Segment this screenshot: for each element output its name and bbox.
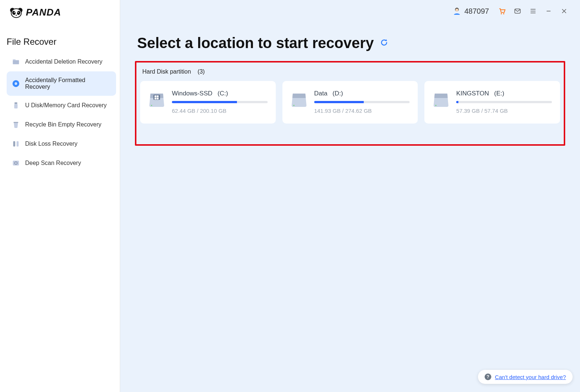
mail-button[interactable]	[510, 3, 525, 19]
folder-icon	[12, 58, 20, 66]
sidebar-item-label: Accidentally Formatted Recovery	[25, 77, 111, 90]
logo-text: PANDA	[26, 7, 61, 18]
partition-letter: (D:)	[333, 90, 343, 97]
sidebar-item-label: U Disk/Memory Card Recovery	[25, 102, 106, 109]
svg-rect-28	[157, 98, 159, 99]
help-icon: ?	[485, 374, 491, 380]
minimize-button[interactable]	[541, 3, 556, 19]
user-info[interactable]: 487097	[452, 7, 489, 16]
partition-group-highlight: Hard Disk partition (3) Windows-SSD (C:)	[135, 61, 565, 146]
drive-windows-icon	[148, 90, 165, 108]
cart-icon	[498, 7, 506, 15]
svg-point-11	[16, 83, 16, 84]
svg-point-31	[435, 105, 437, 106]
svg-point-7	[16, 14, 17, 16]
svg-rect-15	[13, 141, 16, 147]
main-panel: 487097 Select a location to start recove…	[120, 0, 580, 392]
sidebar-item-label: Disk Loss Recovery	[25, 141, 77, 147]
menu-button[interactable]	[525, 3, 541, 19]
partition-card-e[interactable]: KINGSTON (E:) 57.39 GB / 57.74 GB	[424, 81, 560, 124]
svg-rect-14	[14, 122, 18, 123]
user-id: 487097	[464, 7, 489, 16]
scan-icon	[12, 159, 20, 167]
logo: PANDA	[0, 0, 120, 22]
partition-name: Windows-SSD	[172, 90, 213, 97]
partition-letter: (E:)	[494, 90, 504, 97]
sidebar-item-label: Deep Scan Recovery	[25, 160, 81, 166]
disk-format-icon	[12, 80, 20, 88]
svg-rect-25	[155, 95, 156, 97]
page-title: Select a location to start recovery	[137, 35, 374, 51]
mail-icon	[514, 7, 521, 15]
partition-usage: 141.93 GB / 274.62 GB	[314, 108, 410, 114]
refresh-button[interactable]	[380, 38, 389, 48]
sidebar-item-label: Accidental Deletion Recovery	[25, 58, 102, 65]
partition-name: KINGSTON	[456, 90, 489, 97]
svg-point-6	[18, 12, 19, 13]
svg-point-20	[455, 9, 458, 11]
sidebar-item-udisk-recovery[interactable]: U Disk/Memory Card Recovery	[7, 96, 116, 115]
drive-icon	[433, 90, 450, 108]
svg-point-5	[14, 12, 15, 13]
svg-rect-27	[155, 98, 156, 99]
menu-icon	[529, 7, 537, 15]
group-label: Hard Disk partition	[142, 68, 191, 75]
panda-logo-icon	[9, 7, 24, 18]
refresh-icon	[380, 38, 389, 47]
svg-point-30	[293, 105, 294, 106]
partition-card-c[interactable]: Windows-SSD (C:) 62.44 GB / 200.10 GB	[140, 81, 276, 124]
group-count: (3)	[197, 68, 205, 75]
group-header: Hard Disk partition (3)	[142, 68, 560, 75]
svg-rect-13	[14, 104, 17, 108]
partition-list: Windows-SSD (C:) 62.44 GB / 200.10 GB Da…	[140, 81, 560, 124]
sidebar-item-accidental-deletion[interactable]: Accidental Deletion Recovery	[7, 52, 116, 71]
usage-bar	[314, 101, 410, 103]
trash-icon	[12, 121, 20, 129]
topbar: 487097	[452, 0, 580, 22]
usage-bar	[456, 101, 552, 103]
svg-point-21	[501, 13, 502, 14]
sidebar-item-formatted-recovery[interactable]: Accidentally Formatted Recovery	[7, 71, 116, 96]
sidebar-item-disk-loss[interactable]: Disk Loss Recovery	[7, 134, 116, 153]
close-icon	[561, 8, 567, 14]
help-link-text: Can't detect your hard drive?	[495, 374, 566, 380]
svg-rect-16	[17, 141, 19, 147]
svg-rect-8	[13, 60, 19, 64]
sidebar-nav: Accidental Deletion Recovery Accidentall…	[0, 52, 120, 173]
user-avatar-icon	[452, 7, 461, 16]
partition-name: Data	[314, 90, 328, 97]
sidebar-item-deep-scan[interactable]: Deep Scan Recovery	[7, 153, 116, 173]
sidebar: PANDA File Recover Accidental Deletion R…	[0, 0, 120, 392]
close-button[interactable]	[556, 3, 572, 19]
partition-letter: (C:)	[218, 90, 228, 97]
drive-icon	[291, 90, 308, 108]
sidebar-section-title: File Recover	[0, 22, 120, 52]
partition-card-d[interactable]: Data (D:) 141.93 GB / 274.62 GB	[282, 81, 418, 124]
svg-rect-26	[157, 95, 159, 97]
minimize-icon	[545, 8, 552, 14]
svg-rect-12	[14, 102, 17, 104]
svg-point-29	[151, 105, 152, 106]
sidebar-item-label: Recycle Bin Empty Recovery	[25, 121, 101, 128]
svg-point-22	[503, 13, 504, 14]
sidebar-item-recycle-bin[interactable]: Recycle Bin Empty Recovery	[7, 115, 116, 134]
partition-usage: 62.44 GB / 200.10 GB	[172, 108, 268, 114]
cart-button[interactable]	[494, 3, 510, 19]
disk-loss-icon	[12, 140, 20, 148]
help-pill[interactable]: ? Can't detect your hard drive?	[478, 370, 573, 384]
usage-bar	[172, 101, 268, 103]
partition-usage: 57.39 GB / 57.74 GB	[456, 108, 552, 114]
usb-icon	[12, 101, 20, 109]
